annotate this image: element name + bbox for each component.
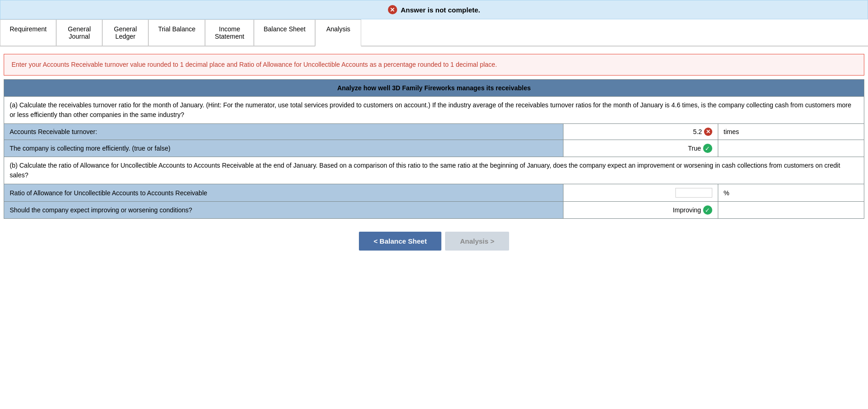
part-a-description-row: (a) Calculate the receivables turnover r… bbox=[4, 97, 864, 124]
collecting-efficiently-value-cell: True ✓ bbox=[563, 140, 718, 157]
instruction-text: Enter your Accounts Receivable turnover … bbox=[12, 61, 497, 68]
ar-turnover-unit: times bbox=[718, 124, 864, 140]
analysis-table: Analyze how well 3D Family Fireworks man… bbox=[4, 79, 864, 219]
tab-balance-sheet[interactable]: Balance Sheet bbox=[254, 19, 315, 46]
collecting-efficiently-unit bbox=[718, 140, 864, 157]
ar-turnover-value: 5.2 bbox=[693, 128, 702, 135]
part-a-description: (a) Calculate the receivables turnover r… bbox=[4, 97, 864, 124]
improving-worsening-label: Should the company expect improving or w… bbox=[4, 202, 563, 219]
collecting-efficiently-check-icon: ✓ bbox=[703, 144, 712, 153]
tab-general-journal[interactable]: GeneralJournal bbox=[56, 19, 102, 46]
alert-icon: ✕ bbox=[388, 5, 397, 14]
tab-income-statement[interactable]: IncomeStatement bbox=[205, 19, 254, 46]
ar-turnover-label: Accounts Receivable turnover: bbox=[4, 124, 563, 140]
improving-worsening-unit bbox=[718, 202, 864, 219]
table-header: Analyze how well 3D Family Fireworks man… bbox=[4, 80, 864, 97]
ar-turnover-error-icon: ✕ bbox=[704, 128, 712, 136]
alert-banner: ✕ Answer is not complete. bbox=[0, 0, 868, 19]
improving-worsening-row: Should the company expect improving or w… bbox=[4, 202, 864, 219]
part-b-description: (b) Calculate the ratio of Allowance for… bbox=[4, 157, 864, 184]
nav-buttons: < Balance Sheet Analysis > bbox=[0, 222, 868, 260]
allowance-ratio-unit: % bbox=[718, 184, 864, 202]
part-b-description-row: (b) Calculate the ratio of Allowance for… bbox=[4, 157, 864, 184]
ar-turnover-value-cell: 5.2 ✕ bbox=[563, 124, 718, 140]
tab-general-ledger[interactable]: GeneralLedger bbox=[102, 19, 148, 46]
allowance-ratio-input[interactable] bbox=[675, 188, 712, 198]
allowance-ratio-row: Ratio of Allowance for Uncollectible Acc… bbox=[4, 184, 864, 202]
improving-worsening-check-icon: ✓ bbox=[703, 205, 712, 215]
tab-trial-balance[interactable]: Trial Balance bbox=[148, 19, 205, 46]
alert-message: Answer is not complete. bbox=[401, 6, 481, 14]
improving-worsening-value-cell: Improving ✓ bbox=[563, 202, 718, 219]
allowance-ratio-label: Ratio of Allowance for Uncollectible Acc… bbox=[4, 184, 563, 202]
tab-requirement[interactable]: Requirement bbox=[0, 19, 56, 46]
collecting-efficiently-row: The company is collecting more efficient… bbox=[4, 140, 864, 157]
allowance-ratio-value-cell[interactable] bbox=[563, 184, 718, 202]
content-area: Enter your Accounts Receivable turnover … bbox=[0, 47, 868, 222]
tab-analysis[interactable]: Analysis bbox=[315, 19, 361, 47]
ar-turnover-row: Accounts Receivable turnover: 5.2 ✕ time… bbox=[4, 124, 864, 140]
next-button: Analysis > bbox=[445, 232, 509, 251]
tab-navigation: Requirement GeneralJournal GeneralLedger… bbox=[0, 19, 868, 47]
prev-button[interactable]: < Balance Sheet bbox=[359, 232, 441, 251]
improving-worsening-value: Improving bbox=[673, 206, 701, 214]
collecting-efficiently-value: True bbox=[688, 145, 701, 152]
instruction-box: Enter your Accounts Receivable turnover … bbox=[4, 54, 864, 76]
collecting-efficiently-label: The company is collecting more efficient… bbox=[4, 140, 563, 157]
